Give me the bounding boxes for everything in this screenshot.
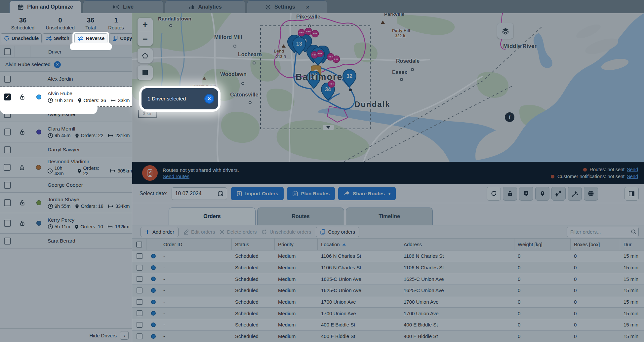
polygon-select-button[interactable] xyxy=(138,48,153,63)
import-orders-button[interactable]: Import Orders xyxy=(231,187,284,200)
route-color-dot xyxy=(36,200,41,205)
column-header-boxes-box[interactable]: Boxes [box] xyxy=(571,239,620,250)
route-pins-button[interactable] xyxy=(551,187,566,201)
poi-button[interactable] xyxy=(519,187,533,201)
driver-checkbox[interactable]: ✓ xyxy=(4,94,11,100)
lock-open-icon[interactable] xyxy=(19,164,25,171)
calendar-icon[interactable] xyxy=(218,191,223,197)
send-link[interactable]: Send xyxy=(627,174,638,179)
tab-timeline[interactable]: Timeline xyxy=(346,208,433,225)
driver-checkbox[interactable] xyxy=(4,220,11,227)
reverse-button[interactable]: Reverse xyxy=(74,33,107,43)
order-row[interactable]: - Scheduled Medium 1700 Union Ave 1700 U… xyxy=(132,308,644,319)
order-cluster-marker[interactable] xyxy=(311,30,319,39)
tab-routes[interactable]: Routes xyxy=(257,208,344,225)
lock-open-icon[interactable] xyxy=(20,94,25,100)
driver-checkbox[interactable] xyxy=(4,164,11,171)
driver-row-darryl-sawyer[interactable]: Darryl Sawyer xyxy=(0,142,132,157)
panel-toggle-button[interactable] xyxy=(624,187,639,201)
column-header-dur[interactable]: Dur xyxy=(620,239,644,250)
driver-row-kerry-percy[interactable]: Kerry Percy 5h 11m Orders: 10 192km xyxy=(0,213,132,234)
driver-checkbox[interactable] xyxy=(4,76,11,83)
order-row[interactable]: - Scheduled Medium 1625-C Union Ave 1625… xyxy=(132,273,644,285)
order-checkbox[interactable] xyxy=(137,253,142,259)
stop-marker-13[interactable]: 13 xyxy=(292,37,307,56)
column-header-status[interactable]: Status xyxy=(232,239,275,250)
order-status: Scheduled xyxy=(232,285,275,296)
driver-row-clara-merrill[interactable]: Clara Merrill 9h 45m Orders: 22 231km xyxy=(0,122,132,142)
order-checkbox[interactable] xyxy=(137,310,142,316)
copy-orders-button[interactable]: Copy orders xyxy=(316,227,359,237)
clear-selection-icon[interactable]: × xyxy=(54,61,61,68)
refresh-button[interactable] xyxy=(487,187,501,201)
filter-orders-input[interactable] xyxy=(567,227,639,237)
map[interactable]: 9 2 ★ 13 1 36 34 32 RandallstownPikesvil… xyxy=(132,13,644,162)
copy-button[interactable]: Copy xyxy=(109,33,135,43)
close-tab-icon[interactable]: × xyxy=(306,4,309,10)
column-header-address[interactable]: Address xyxy=(400,239,514,250)
globe-button[interactable] xyxy=(584,187,598,201)
driver-checkbox[interactable] xyxy=(4,182,11,189)
driver-row-george-cooper[interactable]: George Cooper xyxy=(0,178,132,193)
share-routes-button[interactable]: Share Routes▾ xyxy=(338,187,396,200)
order-checkbox[interactable] xyxy=(137,333,142,339)
order-cluster-marker[interactable] xyxy=(332,55,341,65)
order-checkbox[interactable] xyxy=(137,299,142,305)
tab-settings[interactable]: Settings× xyxy=(247,0,327,13)
rectangle-select-button[interactable] xyxy=(138,65,153,80)
driver-row-alex-jordin[interactable]: Alex Jordin xyxy=(0,72,132,87)
order-checkbox[interactable] xyxy=(137,265,142,271)
lock-open-icon[interactable] xyxy=(20,220,25,226)
switch-button[interactable]: Switch xyxy=(43,33,72,43)
unschedule-button[interactable]: Unschedule xyxy=(1,33,42,43)
column-header-priority[interactable]: Priority xyxy=(275,239,318,250)
column-header-location[interactable]: Location xyxy=(318,239,400,250)
order-checkbox[interactable] xyxy=(137,276,142,282)
select-all-orders-checkbox[interactable] xyxy=(136,242,142,247)
driver-row-alvin-rube[interactable]: ✓ Alvin Rube 10h 31m Orders: 36 33km xyxy=(0,87,132,107)
select-all-drivers-checkbox[interactable] xyxy=(4,48,11,55)
order-cluster-marker[interactable] xyxy=(316,50,324,59)
plan-routes-button[interactable]: Plan Routes xyxy=(287,187,335,200)
map-collapse-handle[interactable] xyxy=(323,125,334,130)
add-order-button[interactable]: Add order xyxy=(141,227,179,237)
route-path-button[interactable] xyxy=(568,187,582,201)
tab-live[interactable]: Live xyxy=(83,0,163,13)
tab-analytics[interactable]: Analytics xyxy=(165,0,245,13)
tab-orders[interactable]: Orders xyxy=(169,208,256,225)
order-row[interactable]: - Scheduled Medium 1106 N Charles St 110… xyxy=(132,250,644,262)
tab-plan-and-optimize[interactable]: Plan and Optimize xyxy=(9,0,81,13)
layers-icon[interactable] xyxy=(497,23,513,39)
hide-drivers-label[interactable]: Hide Drivers xyxy=(89,333,117,338)
zoom-in-button[interactable]: + xyxy=(138,18,153,32)
driver-checkbox[interactable] xyxy=(4,199,11,206)
order-row[interactable]: - Scheduled Medium 400 E Biddle St 400 E… xyxy=(132,319,644,331)
column-header-weight-kg[interactable]: Weight [kg] xyxy=(514,239,571,250)
order-row[interactable]: - Scheduled Medium 1625-C Union Ave 1625… xyxy=(132,285,644,296)
pin-button[interactable] xyxy=(535,187,549,201)
stop-marker-32[interactable]: 32 xyxy=(342,69,357,89)
driver-row-sara-berard[interactable]: Sara Berard xyxy=(0,234,132,248)
lock-button[interactable] xyxy=(503,187,517,201)
collapse-panel-button[interactable]: ‹ xyxy=(120,331,129,340)
order-checkbox[interactable] xyxy=(137,287,142,293)
driver-checkbox[interactable] xyxy=(4,146,11,153)
zoom-out-button[interactable]: − xyxy=(138,32,153,46)
date-input[interactable]: 10.07.2024 xyxy=(172,187,227,200)
order-row[interactable]: - Scheduled Medium 1700 Union Ave 1700 U… xyxy=(132,296,644,308)
send-routes-link[interactable]: Send routes xyxy=(163,173,189,179)
driver-row-desmond-vladimir[interactable]: Desmond Vladimir 10h 43m Orders: 22 305k… xyxy=(0,157,132,178)
lock-open-icon[interactable] xyxy=(20,129,25,135)
column-header-order-id[interactable]: Order ID xyxy=(160,239,232,250)
send-link[interactable]: Send xyxy=(627,167,638,172)
lock-open-icon[interactable] xyxy=(20,200,25,206)
order-row[interactable]: - Scheduled Medium 1106 N Charles St 110… xyxy=(132,262,644,274)
info-icon[interactable]: i xyxy=(505,112,514,122)
tooltip-close-icon[interactable]: × xyxy=(204,94,214,104)
order-row[interactable]: - Scheduled Medium 400 E Biddle St 400 E… xyxy=(132,331,644,342)
driver-checkbox[interactable] xyxy=(4,129,11,135)
pin-icon xyxy=(75,133,79,138)
driver-row-jordan-shaye[interactable]: Jordan Shaye 9h 55m Orders: 18 334km xyxy=(0,193,132,213)
driver-checkbox[interactable] xyxy=(4,238,11,245)
order-checkbox[interactable] xyxy=(137,322,142,328)
